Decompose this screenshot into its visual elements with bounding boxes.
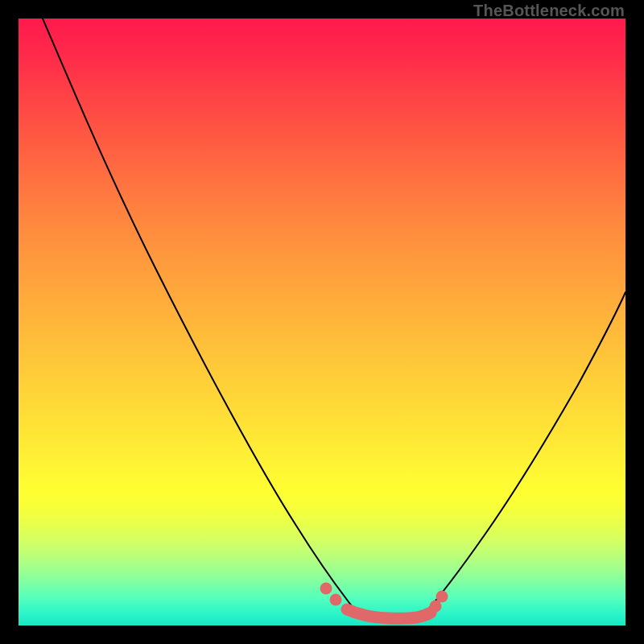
plot-area [19, 19, 625, 625]
highlight-flat [347, 609, 431, 618]
chart-frame: TheBottleneck.com [0, 0, 644, 644]
highlight-dot [436, 591, 448, 603]
right-curve [425, 292, 625, 613]
chart-svg [19, 19, 625, 625]
left-curve [43, 19, 357, 613]
highlight-dot [320, 583, 332, 595]
highlight-dot [330, 594, 342, 606]
watermark-text: TheBottleneck.com [473, 2, 625, 20]
